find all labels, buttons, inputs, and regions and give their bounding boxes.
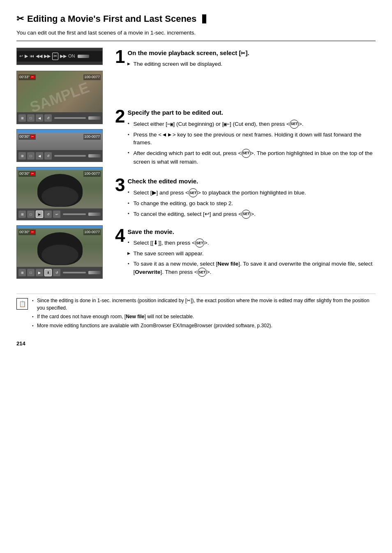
img3-timestamp: 00'30" ✂ bbox=[18, 134, 36, 139]
timestamp-top-left: 00'33" ✂ bbox=[18, 74, 36, 80]
pb-scissors-icon: ✂ bbox=[52, 53, 58, 60]
bb3-grid: ⊞ bbox=[18, 152, 26, 160]
bb4-vol bbox=[88, 213, 101, 216]
step-3-bullet-3: To cancel the editing, select [↩] and pr… bbox=[127, 210, 376, 219]
pb-next-icon: ▶▶ bbox=[60, 53, 67, 60]
img4-bg: 00'30" ✂ 100-0077 bbox=[17, 170, 102, 210]
bb4-grid: ⊞ bbox=[18, 211, 26, 218]
pb-slow-icon: ▶▶ bbox=[44, 53, 51, 60]
bb-info-icon: □ bbox=[27, 114, 35, 122]
img4-fileid: 100-0077 bbox=[83, 171, 101, 176]
img5-dog-face bbox=[42, 245, 78, 265]
select-label: Select bbox=[133, 190, 149, 196]
image-1-playback-toolbar: ↩ ▶ ⏮ ◀◀ ▶▶ ✂ ▶▶ ON bbox=[16, 48, 103, 65]
step-2-number: 2 bbox=[115, 107, 125, 125]
note-2: If the card does not have enough room, [… bbox=[32, 313, 376, 320]
bb5-slider bbox=[63, 272, 86, 273]
img4-timestamp: 00'30" ✂ bbox=[18, 171, 36, 176]
step-2-bullet-2: Press the <◄►> key to see the previous o… bbox=[127, 131, 376, 147]
step-1-bullets: The editing screen will be displayed. bbox=[127, 60, 376, 70]
step-4-block: 4 Save the movie. Select [[⬇]], then pre… bbox=[115, 227, 376, 279]
pb-on-label: ON bbox=[68, 53, 75, 60]
bb-back-btn: ↺ bbox=[44, 114, 52, 122]
img5-dog-shape bbox=[37, 232, 83, 265]
images-column: ↩ ▶ ⏮ ◀◀ ▶▶ ✂ ▶▶ ON SAMPLE 00'33" ✂ 100-… bbox=[16, 48, 107, 286]
img5-bg: 00'30" ✂ 100-0077 bbox=[17, 228, 102, 268]
image-5-bottom-bar: ⊞ □ ▶ ⬇ ↺ bbox=[17, 267, 102, 278]
step-3-content: Check the edited movie. Select [▶] and p… bbox=[127, 176, 376, 220]
bb4-back: ↺ bbox=[44, 211, 52, 218]
page-number: 214 bbox=[16, 340, 376, 348]
instructions-column: 1 On the movie playback screen, select [… bbox=[107, 48, 376, 286]
step-4-bullets: Select [[⬇]], then press <SET>. The save… bbox=[127, 238, 376, 279]
step-2-bullets: Select either [✂▣] (Cut beginning) or [▣… bbox=[127, 120, 376, 168]
bb4-slider bbox=[63, 213, 86, 215]
step-3-bullets: Select [▶] and press <SET> to playback t… bbox=[127, 188, 376, 221]
bb5-grid: ⊞ bbox=[18, 269, 26, 276]
img4-dog-shape bbox=[37, 174, 83, 207]
img3-fileid: 100-0077 bbox=[83, 134, 101, 139]
bb5-save-highlighted: ⬇ bbox=[44, 269, 52, 276]
pb-play-icon: ▶ bbox=[25, 53, 28, 60]
bb3-prev: ◀ bbox=[36, 152, 43, 160]
step-1-bullet-1: The editing screen will be displayed. bbox=[127, 60, 376, 68]
image-3-strip: 00'30" ✂ 100-0077 ⊞ □ ◀ ↺ bbox=[16, 129, 103, 162]
bb3-back: ↺ bbox=[44, 152, 52, 160]
note-1: Since the editing is done in 1-sec. incr… bbox=[32, 297, 376, 312]
step-3-block: 3 Check the edited movie. Select [▶] and… bbox=[115, 176, 376, 220]
step-3-title: Check the edited movie. bbox=[127, 176, 376, 186]
step-3-bullet-1: Select [▶] and press <SET> to playback t… bbox=[127, 188, 376, 197]
bb4-play-highlighted: ▶ bbox=[36, 211, 43, 218]
step-2-content: Specify the part to be edited out. Selec… bbox=[127, 107, 376, 168]
step-1-title: On the movie playback screen, select [✂]… bbox=[127, 48, 376, 58]
image-5-dog-save: 00'30" ✂ 100-0077 ⊞ □ ▶ ⬇ ↺ bbox=[16, 225, 103, 279]
note-3: More movie editing functions are availab… bbox=[32, 322, 376, 329]
pb-prev-icon: ⏮ bbox=[30, 53, 34, 60]
img3-blue-bar bbox=[17, 130, 102, 133]
img4-dog-face bbox=[42, 186, 78, 207]
step-2-title: Specify the part to be edited out. bbox=[127, 107, 376, 117]
img5-fileid: 100-0077 bbox=[83, 229, 101, 235]
bb-volume-indicator bbox=[88, 116, 101, 120]
pb-volume-bar bbox=[78, 55, 89, 58]
scissors-title-icon: ✂ bbox=[16, 12, 24, 25]
step-4-bullet-1: Select [[⬇]], then press <SET>. bbox=[127, 238, 376, 248]
bb3-vol bbox=[88, 154, 101, 157]
bb5-prev: ▶ bbox=[36, 269, 43, 276]
page-subtitle: You can edit out the first and last scen… bbox=[16, 29, 376, 37]
title-bar-decoration bbox=[202, 14, 206, 23]
title-divider bbox=[16, 41, 376, 41]
main-content: ↩ ▶ ⏮ ◀◀ ▶▶ ✂ ▶▶ ON SAMPLE 00'33" ✂ 100-… bbox=[16, 48, 376, 286]
step-3-bullet-2: To change the editing, go back to step 2… bbox=[127, 199, 376, 208]
image-2-flowers: SAMPLE 00'33" ✂ 100-0077 ⊞ □ ◀ ↺ bbox=[16, 71, 103, 124]
bb4-square: □ bbox=[27, 211, 35, 218]
pb-vol-icon: ◀◀ bbox=[36, 53, 42, 60]
img3-content: 00'30" ✂ 100-0077 bbox=[17, 133, 102, 152]
step-3-number: 3 bbox=[115, 176, 125, 194]
image-4-dog: 00'30" ✂ 100-0077 ⊞ □ ▶ ↺ ↩ bbox=[16, 167, 103, 220]
bb3-square: □ bbox=[27, 152, 35, 160]
step-4-content: Save the movie. Select [[⬇]], then press… bbox=[127, 227, 376, 279]
page-title: ✂ Editing a Movie's First and Last Scene… bbox=[16, 12, 376, 25]
note-icon: 📋 bbox=[16, 298, 28, 310]
pb-return-icon: ↩ bbox=[19, 53, 23, 60]
step-2-bullet-3: After deciding which part to edit out, p… bbox=[127, 149, 376, 166]
step-1-content: On the movie playback screen, select [✂]… bbox=[127, 48, 376, 70]
notes-content: Since the editing is done in 1-sec. incr… bbox=[32, 297, 376, 331]
notes-section: 📋 Since the editing is done in 1-sec. in… bbox=[16, 294, 376, 334]
bb3-slider bbox=[54, 155, 86, 157]
img5-timestamp: 00'30" ✂ bbox=[18, 229, 36, 235]
image-3-bottom-bar: ⊞ □ ◀ ↺ bbox=[17, 150, 102, 162]
step-4-bullet-2: To save it as a new movie, select [New f… bbox=[127, 260, 376, 277]
step-2-block: 2 Specify the part to be edited out. Sel… bbox=[115, 107, 376, 168]
bb5-square: □ bbox=[27, 269, 35, 276]
bb-prev-btn: ◀ bbox=[36, 114, 43, 122]
image-4-bottom-bar: ⊞ □ ▶ ↺ ↩ bbox=[17, 208, 102, 220]
and-press-label: and press bbox=[159, 190, 184, 196]
step-1-number: 1 bbox=[115, 48, 125, 66]
step-4-arrow-1: The save screen will appear. bbox=[127, 250, 376, 258]
bb4-step: ↩ bbox=[53, 211, 60, 218]
step-4-number: 4 bbox=[115, 227, 125, 245]
bb-grid-icon: ⊞ bbox=[18, 114, 26, 122]
bb5-vol bbox=[88, 271, 101, 274]
